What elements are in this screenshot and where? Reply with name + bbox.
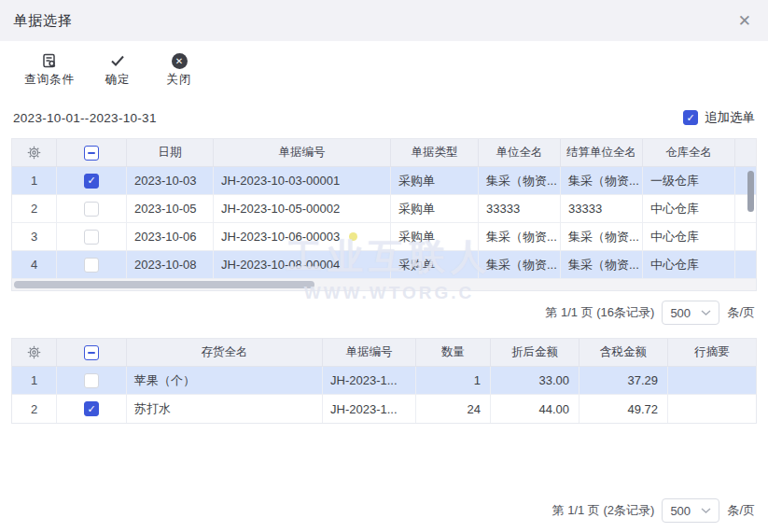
header-filler bbox=[735, 139, 756, 166]
cell-unit: 集采（物资... bbox=[479, 223, 561, 250]
row-number: 4 bbox=[12, 251, 57, 278]
row-checkbox-cell[interactable] bbox=[57, 167, 127, 194]
table-row[interactable]: 1 苹果（个） JH-2023-1... 1 33.00 37.29 bbox=[12, 367, 756, 395]
cell-line-summary bbox=[668, 395, 756, 423]
status-dot-yellow bbox=[349, 232, 357, 241]
per-page-label: 条/页 bbox=[727, 304, 755, 321]
header-qty[interactable]: 数量 bbox=[416, 339, 491, 366]
cell-amount: 44.00 bbox=[491, 395, 579, 423]
per-page-label: 条/页 bbox=[727, 502, 755, 519]
cell-doc-no: JH-2023-10-03-00001 bbox=[214, 167, 391, 194]
items-pagination: 第 1/1 页 (2条记录) 500 条/页 bbox=[0, 489, 768, 523]
cell-doc-type: 采购单 bbox=[391, 195, 479, 222]
check-icon bbox=[109, 52, 126, 69]
select-all-checkbox-cell[interactable] bbox=[57, 339, 127, 366]
cell-doc-type: 采购单 bbox=[391, 167, 479, 194]
cell-doc-no: JH-2023-10-05-00002 bbox=[214, 195, 391, 222]
header-settle-unit[interactable]: 结算单位全名 bbox=[561, 139, 643, 166]
header-doc-no[interactable]: 单据编号 bbox=[214, 139, 391, 166]
cell-date: 2023-10-06 bbox=[127, 223, 214, 250]
vertical-scrollbar-thumb[interactable] bbox=[747, 171, 754, 212]
row-checkbox bbox=[84, 373, 99, 388]
column-settings-gear[interactable] bbox=[12, 139, 57, 166]
table-row[interactable]: 3 2023-10-06 JH-2023-10-06-00003 采购单 集采（… bbox=[12, 223, 756, 251]
cell-qty: 24 bbox=[416, 395, 491, 423]
cell-date: 2023-10-03 bbox=[127, 167, 214, 194]
cell-qty: 1 bbox=[416, 367, 491, 394]
append-order-label: 追加选单 bbox=[705, 109, 755, 126]
row-number: 2 bbox=[12, 195, 57, 222]
page-info-text: 第 1/1 页 (16条记录) bbox=[545, 304, 654, 321]
header-line-summary[interactable]: 行摘要 bbox=[668, 339, 756, 366]
select-all-checkbox bbox=[84, 146, 99, 161]
row-checkbox-cell[interactable] bbox=[57, 251, 127, 278]
row-checkbox-cell[interactable] bbox=[57, 395, 127, 423]
header-date[interactable]: 日期 bbox=[127, 139, 214, 166]
chevron-down-icon bbox=[701, 308, 711, 318]
row-number: 2 bbox=[12, 395, 57, 423]
row-checkbox bbox=[84, 258, 99, 273]
cell-date: 2023-10-05 bbox=[127, 195, 214, 222]
row-checkbox bbox=[84, 174, 99, 189]
documents-table-header: 日期 单据编号 单据类型 单位全名 结算单位全名 仓库全名 bbox=[12, 139, 756, 167]
header-tax-amount[interactable]: 含税金额 bbox=[579, 339, 668, 366]
row-checkbox-cell[interactable] bbox=[57, 223, 127, 250]
date-range-text: 2023-10-01--2023-10-31 bbox=[13, 111, 157, 125]
header-doc-type[interactable]: 单据类型 bbox=[391, 139, 479, 166]
cell-filler bbox=[735, 251, 756, 278]
toolbar: 查询条件 确定 ✕ 关闭 bbox=[0, 41, 768, 93]
cell-item-name: 苹果（个） bbox=[127, 367, 323, 394]
row-checkbox bbox=[84, 202, 99, 217]
select-all-checkbox-cell[interactable] bbox=[57, 139, 127, 166]
cell-tax-amount: 37.29 bbox=[579, 367, 668, 394]
horizontal-scrollbar-thumb[interactable] bbox=[14, 281, 314, 288]
row-checkbox bbox=[84, 401, 99, 416]
cell-unit: 集采（物资... bbox=[479, 251, 561, 278]
cell-doc-no: JH-2023-10-06-00003 bbox=[214, 223, 391, 250]
close-label: 关闭 bbox=[167, 72, 192, 88]
table-row[interactable]: 2 苏打水 JH-2023-1... 24 44.00 49.72 bbox=[12, 395, 756, 423]
cell-unit: 33333 bbox=[479, 195, 561, 222]
close-button[interactable]: ✕ 关闭 bbox=[161, 52, 198, 88]
column-settings-gear[interactable] bbox=[12, 339, 57, 366]
row-number: 1 bbox=[12, 167, 57, 194]
table-row[interactable]: 1 2023-10-03 JH-2023-10-03-00001 采购单 集采（… bbox=[12, 167, 756, 195]
page-size-value: 500 bbox=[670, 306, 691, 320]
page-info-text: 第 1/1 页 (2条记录) bbox=[552, 502, 655, 519]
row-checkbox-cell[interactable] bbox=[57, 195, 127, 222]
header-item-name[interactable]: 存货全名 bbox=[127, 339, 323, 366]
header-unit-name[interactable]: 单位全名 bbox=[479, 139, 561, 166]
cell-settle-unit: 集采（物资... bbox=[561, 223, 643, 250]
cell-line-summary bbox=[668, 367, 756, 394]
clipboard-search-icon bbox=[41, 52, 58, 69]
dialog-title: 单据选择 bbox=[13, 12, 73, 30]
cell-warehouse: 中心仓库 bbox=[643, 195, 735, 222]
cell-settle-unit: 集采（物资... bbox=[561, 251, 643, 278]
confirm-button[interactable]: 确定 bbox=[99, 52, 136, 88]
dialog-close-icon[interactable]: ✕ bbox=[738, 13, 751, 29]
chevron-down-icon bbox=[701, 506, 711, 516]
header-doc-no[interactable]: 单据编号 bbox=[323, 339, 416, 366]
page-size-select[interactable]: 500 bbox=[662, 301, 719, 325]
query-conditions-button[interactable]: 查询条件 bbox=[24, 52, 75, 88]
page-size-value: 500 bbox=[670, 504, 691, 518]
row-number: 1 bbox=[12, 367, 57, 394]
horizontal-scrollbar[interactable] bbox=[12, 279, 756, 290]
cell-amount: 33.00 bbox=[491, 367, 579, 394]
row-checkbox-cell[interactable] bbox=[57, 367, 127, 394]
cell-settle-unit: 33333 bbox=[561, 195, 643, 222]
page-size-select[interactable]: 500 bbox=[662, 498, 719, 523]
header-amount[interactable]: 折后金额 bbox=[491, 339, 579, 366]
row-checkbox bbox=[84, 230, 99, 245]
documents-pagination: 第 1/1 页 (16条记录) 500 条/页 bbox=[0, 291, 768, 325]
circle-x-icon: ✕ bbox=[172, 52, 188, 69]
append-order-checkbox-group[interactable]: 追加选单 bbox=[683, 109, 755, 126]
table-row[interactable]: 4 2023-10-08 JH-2023-10-08-00004 采购单 集采（… bbox=[12, 251, 756, 279]
cell-date: 2023-10-08 bbox=[127, 251, 214, 278]
cell-doc-no: JH-2023-10-08-00004 bbox=[214, 251, 391, 278]
header-warehouse[interactable]: 仓库全名 bbox=[643, 139, 735, 166]
filter-row: 2023-10-01--2023-10-31 追加选单 bbox=[0, 108, 768, 127]
table-row[interactable]: 2 2023-10-05 JH-2023-10-05-00002 采购单 333… bbox=[12, 195, 756, 223]
cell-item-name: 苏打水 bbox=[127, 395, 323, 423]
append-order-checkbox[interactable] bbox=[683, 110, 698, 125]
